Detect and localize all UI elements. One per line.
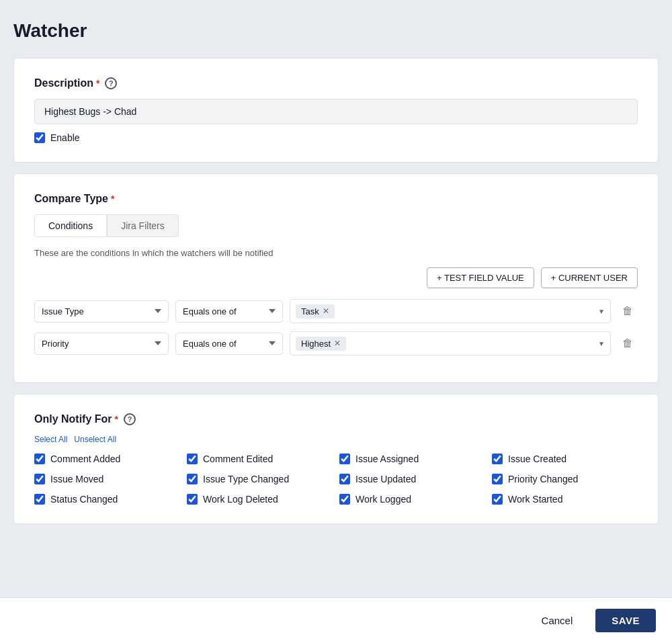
notify-item-label-7[interactable]: Priority Changed bbox=[508, 474, 578, 484]
notify-item-checkbox-4[interactable] bbox=[34, 474, 45, 484]
condition-row-2: Priority Issue Type Status Equals one of… bbox=[34, 331, 638, 355]
notify-item-label-2[interactable]: Issue Assigned bbox=[355, 454, 419, 464]
notify-item-checkbox-10[interactable] bbox=[339, 494, 350, 505]
only-notify-label: Only Notify For bbox=[34, 413, 112, 425]
compare-type-star: * bbox=[111, 194, 114, 204]
condition-2-value-text: Highest bbox=[301, 339, 331, 349]
notify-grid: Comment AddedComment EditedIssue Assigne… bbox=[34, 454, 638, 505]
notify-item: Issue Assigned bbox=[339, 454, 485, 464]
condition-2-value-tag: Highest ✕ bbox=[296, 337, 346, 351]
notify-item-checkbox-2[interactable] bbox=[339, 454, 350, 464]
notify-item-checkbox-6[interactable] bbox=[339, 474, 350, 484]
condition-2-delete-button[interactable]: 🗑 bbox=[618, 333, 638, 353]
required-star: * bbox=[96, 78, 99, 89]
notify-item: Comment Edited bbox=[187, 454, 333, 464]
condition-2-remove-tag[interactable]: ✕ bbox=[334, 339, 341, 348]
notify-item-checkbox-9[interactable] bbox=[187, 494, 198, 505]
condition-1-value-text: Task bbox=[301, 306, 319, 316]
condition-1-value-tag: Task ✕ bbox=[296, 304, 335, 318]
conditions-actions: + TEST FIELD VALUE + CURRENT USER bbox=[34, 267, 638, 288]
cancel-button[interactable]: Cancel bbox=[528, 609, 587, 632]
notify-item-checkbox-7[interactable] bbox=[492, 474, 503, 484]
notify-item-label-1[interactable]: Comment Edited bbox=[203, 454, 273, 464]
condition-2-value-container[interactable]: Highest ✕ ▼ bbox=[290, 331, 611, 355]
save-button[interactable]: SAVE bbox=[595, 609, 656, 632]
select-all-link[interactable]: Select All bbox=[34, 435, 67, 444]
enable-checkbox[interactable] bbox=[34, 132, 45, 143]
notify-item-checkbox-0[interactable] bbox=[34, 454, 45, 464]
description-input[interactable] bbox=[34, 99, 638, 124]
notify-item: Work Logged bbox=[339, 494, 485, 505]
compare-type-label: Compare Type bbox=[34, 193, 108, 205]
notify-item-checkbox-5[interactable] bbox=[187, 474, 198, 484]
condition-1-value-container[interactable]: Task ✕ ▼ bbox=[290, 299, 611, 323]
notify-item-label-6[interactable]: Issue Updated bbox=[355, 474, 416, 484]
notify-item-checkbox-3[interactable] bbox=[492, 454, 503, 464]
notify-item: Issue Created bbox=[492, 454, 638, 464]
select-links-row: Select All Unselect All bbox=[34, 435, 638, 444]
condition-1-field-select[interactable]: Issue Type Priority Status bbox=[34, 300, 169, 323]
notify-item: Status Changed bbox=[34, 494, 180, 505]
notify-item-checkbox-8[interactable] bbox=[34, 494, 45, 505]
only-notify-star: * bbox=[115, 414, 118, 425]
notify-item: Issue Moved bbox=[34, 474, 180, 484]
condition-2-operator-select[interactable]: Equals one of Not equals bbox=[175, 333, 283, 355]
tab-conditions[interactable]: Conditions bbox=[34, 214, 107, 237]
only-notify-help-icon[interactable]: ? bbox=[124, 413, 136, 425]
notify-item-label-9[interactable]: Work Log Deleted bbox=[203, 494, 278, 505]
test-field-value-button[interactable]: + TEST FIELD VALUE bbox=[427, 267, 534, 288]
footer: Cancel SAVE bbox=[0, 597, 672, 643]
notify-item: Priority Changed bbox=[492, 474, 638, 484]
description-label: Description bbox=[34, 77, 93, 89]
notify-item: Comment Added bbox=[34, 454, 180, 464]
notify-item-checkbox-11[interactable] bbox=[492, 494, 503, 505]
description-card: Description* ? Enable bbox=[13, 58, 659, 163]
description-section-label: Description* ? bbox=[34, 77, 638, 89]
condition-2-dropdown-arrow[interactable]: ▼ bbox=[598, 340, 605, 347]
condition-1-operator-select[interactable]: Equals one of Not equals bbox=[175, 300, 283, 323]
condition-row-1: Issue Type Priority Status Equals one of… bbox=[34, 299, 638, 323]
page-title: Watcher bbox=[13, 20, 659, 42]
notify-item: Work Started bbox=[492, 494, 638, 505]
notify-item-label-0[interactable]: Comment Added bbox=[50, 454, 120, 464]
only-notify-section-label: Only Notify For* ? bbox=[34, 413, 638, 425]
notify-item-label-11[interactable]: Work Started bbox=[508, 494, 562, 505]
unselect-all-link[interactable]: Unselect All bbox=[74, 435, 116, 444]
condition-1-remove-tag[interactable]: ✕ bbox=[323, 306, 329, 316]
enable-label[interactable]: Enable bbox=[50, 132, 80, 143]
notify-item-label-4[interactable]: Issue Moved bbox=[50, 474, 103, 484]
description-help-icon[interactable]: ? bbox=[105, 77, 117, 89]
notify-item-label-3[interactable]: Issue Created bbox=[508, 454, 566, 464]
enable-row: Enable bbox=[34, 132, 638, 143]
notify-item-label-8[interactable]: Status Changed bbox=[50, 494, 118, 505]
notify-item-label-10[interactable]: Work Logged bbox=[355, 494, 411, 505]
compare-type-section-label: Compare Type* bbox=[34, 193, 638, 205]
compare-type-card: Compare Type* Conditions Jira Filters Th… bbox=[13, 173, 659, 383]
condition-1-dropdown-arrow[interactable]: ▼ bbox=[598, 308, 605, 315]
notify-item: Work Log Deleted bbox=[187, 494, 333, 505]
notify-item: Issue Type Changed bbox=[187, 474, 333, 484]
condition-1-delete-button[interactable]: 🗑 bbox=[618, 301, 638, 321]
notify-item-label-5[interactable]: Issue Type Changed bbox=[203, 474, 289, 484]
current-user-button[interactable]: + CURRENT USER bbox=[541, 267, 638, 288]
tab-jira-filters[interactable]: Jira Filters bbox=[107, 214, 179, 237]
conditions-description: These are the conditions in which the wa… bbox=[34, 248, 638, 258]
only-notify-card: Only Notify For* ? Select All Unselect A… bbox=[13, 394, 659, 524]
compare-type-tabs: Conditions Jira Filters bbox=[34, 214, 638, 237]
notify-item-checkbox-1[interactable] bbox=[187, 454, 198, 464]
notify-item: Issue Updated bbox=[339, 474, 485, 484]
condition-2-field-select[interactable]: Priority Issue Type Status bbox=[34, 333, 169, 355]
